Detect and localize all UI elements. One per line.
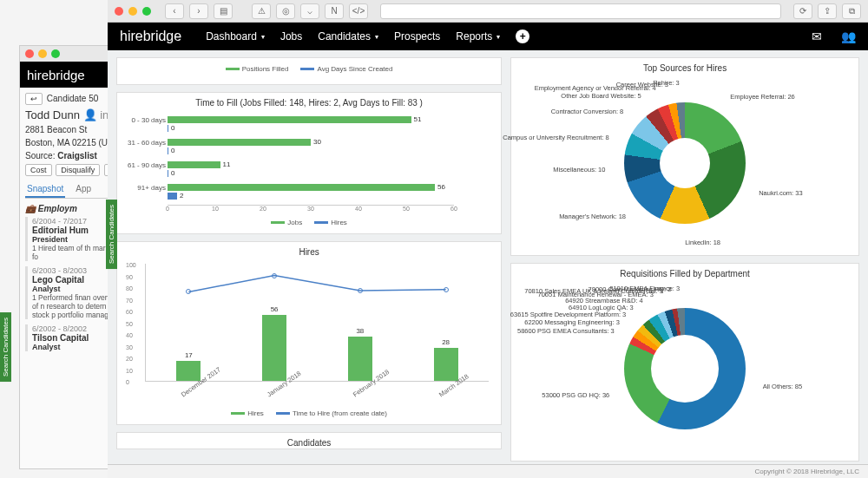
time-to-fill-panel: Time to Fill (Jobs Filled: 148, Hires: 2… bbox=[116, 92, 502, 234]
candidates-panel: Candidates bbox=[116, 432, 502, 449]
bg-brand-logo: hirebridge bbox=[27, 68, 85, 82]
close-window-icon[interactable] bbox=[115, 7, 123, 16]
search-candidates-tab[interactable]: Search Candidates bbox=[0, 312, 11, 382]
share-icon[interactable]: ⇪ bbox=[818, 3, 837, 19]
legend-jobs: Jobs bbox=[287, 219, 302, 226]
maximize-window-icon[interactable] bbox=[142, 7, 151, 16]
minimize-window-icon[interactable] bbox=[38, 49, 47, 58]
time-to-fill-title: Time to Fill (Jobs Filled: 148, Hires: 2… bbox=[124, 98, 494, 108]
legend-avg-days: Avg Days Since Created bbox=[317, 65, 392, 73]
req-filled-panel: Requisitions Filled by Department All Ot… bbox=[510, 263, 859, 462]
hires-chart: 17December 201756January 201838February … bbox=[124, 260, 494, 408]
dashboard-body: Positions Filled Avg Days Since Created … bbox=[108, 50, 868, 478]
search-candidates-tab[interactable]: Search Candidates bbox=[106, 200, 117, 269]
nav-candidates[interactable]: Candidates bbox=[318, 30, 378, 43]
users-icon[interactable]: 👥 bbox=[841, 29, 856, 43]
breadcrumb: Candidate 50 bbox=[47, 94, 99, 103]
employment-section-header: Employm bbox=[38, 204, 77, 213]
pocket-icon[interactable]: ⌵ bbox=[300, 3, 319, 19]
add-button[interactable]: + bbox=[516, 29, 529, 43]
nav-reports[interactable]: Reports bbox=[456, 30, 500, 43]
note-icon[interactable]: N bbox=[325, 3, 344, 19]
warning-icon[interactable]: ⚠ bbox=[252, 3, 271, 19]
copyright: Copyright © 2018 Hirebridge, LLC bbox=[754, 468, 859, 475]
disqualify-button[interactable]: Disqualify bbox=[56, 164, 100, 176]
positions-filled-panel-tail: Positions Filled Avg Days Since Created bbox=[116, 57, 502, 85]
legend-positions-filled: Positions Filled bbox=[242, 65, 289, 73]
nav-jobs[interactable]: Jobs bbox=[280, 30, 302, 43]
req-filled-title: Requisitions Filled by Department bbox=[518, 269, 852, 278]
mail-icon[interactable]: ✉ bbox=[812, 29, 822, 43]
close-window-icon[interactable] bbox=[25, 49, 34, 58]
sidebar-icon[interactable]: ▤ bbox=[214, 3, 233, 19]
hires-title: Hires bbox=[124, 247, 494, 257]
cost-button[interactable]: Cost bbox=[25, 164, 52, 176]
source-value: Craigslist bbox=[57, 151, 97, 160]
tab-snapshot[interactable]: Snapshot bbox=[25, 181, 65, 198]
source-label: Source: bbox=[25, 151, 55, 160]
back-button[interactable]: ‹ bbox=[165, 3, 184, 19]
legend-hires-bar: Hires bbox=[247, 409, 264, 417]
url-bar[interactable] bbox=[380, 3, 781, 19]
refresh-icon[interactable]: ⟳ bbox=[793, 3, 812, 19]
forward-button[interactable]: › bbox=[189, 3, 208, 19]
contact-icon[interactable]: 👤 bbox=[83, 108, 97, 121]
app-header: hirebridge Dashboard Jobs Candidates Pro… bbox=[108, 23, 868, 50]
hires-panel: Hires 17December 201756January 201838Feb… bbox=[116, 241, 502, 425]
top-sources-panel: Top Sources for Hires Employee Referral:… bbox=[510, 57, 859, 256]
code-icon[interactable]: </> bbox=[349, 3, 368, 19]
maximize-window-icon[interactable] bbox=[51, 49, 60, 58]
camera-icon[interactable]: ◎ bbox=[276, 3, 295, 19]
req-filled-chart: All Others: 8553000 PSG GD HQ: 3658600 P… bbox=[518, 282, 852, 455]
legend-hires: Hires bbox=[331, 219, 347, 226]
legend-time-to-hire: Time to Hire (from create date) bbox=[293, 409, 387, 417]
browser-chrome: ‹ › ▤ ⚠ ◎ ⌵ N </> ⟳ ⇪ ⧉ bbox=[108, 0, 868, 23]
top-sources-title: Top Sources for Hires bbox=[518, 63, 852, 73]
brand-logo[interactable]: hirebridge bbox=[120, 29, 181, 44]
back-arrow-button[interactable]: ↩ bbox=[25, 93, 43, 105]
tab-app[interactable]: App bbox=[74, 181, 93, 198]
main-dashboard-window: hirebridge Dashboard Jobs Candidates Pro… bbox=[108, 23, 868, 478]
nav-dashboard[interactable]: Dashboard bbox=[206, 30, 265, 43]
minimize-window-icon[interactable] bbox=[128, 7, 137, 16]
tabs-icon[interactable]: ⧉ bbox=[842, 3, 861, 19]
candidate-name: Todd Dunn bbox=[25, 108, 80, 121]
candidates-title: Candidates bbox=[124, 438, 494, 448]
nav-prospects[interactable]: Prospects bbox=[394, 30, 440, 43]
window-controls bbox=[115, 7, 151, 16]
top-sources-chart: Employee Referral: 26Naukri.com: 33Linke… bbox=[518, 76, 852, 250]
time-to-fill-chart: 0 - 30 days51031 - 60 days30061 - 90 day… bbox=[124, 111, 494, 217]
footer: Copyright © 2018 Hirebridge, LLC bbox=[108, 464, 868, 478]
